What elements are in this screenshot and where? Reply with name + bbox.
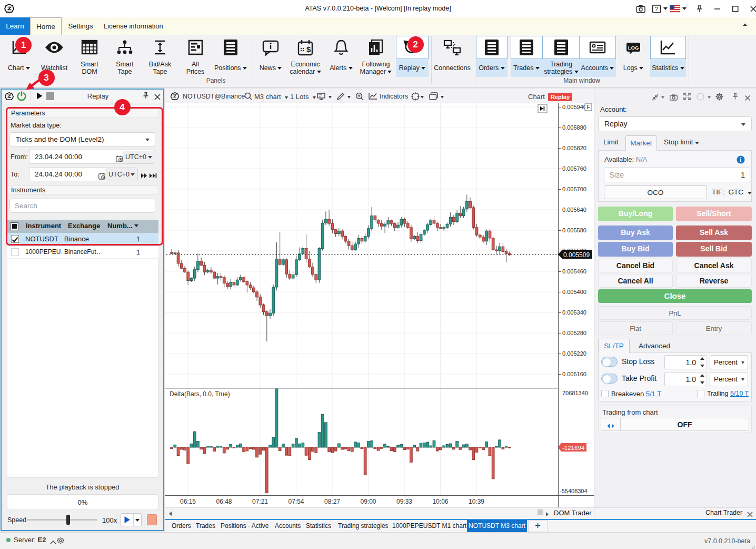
svg-text:70681340: 70681340 (562, 390, 588, 396)
svg-text:0.005760: 0.005760 (562, 165, 586, 172)
svg-text:0.005640: 0.005640 (562, 207, 586, 213)
svg-text:0.005460: 0.005460 (562, 268, 586, 274)
svg-text:F: F (586, 104, 590, 110)
svg-text:09:33: 09:33 (396, 498, 412, 505)
svg-text:LOG: LOG (628, 45, 639, 51)
svg-text:10:39: 10:39 (469, 498, 484, 505)
svg-text:?: ? (655, 6, 658, 12)
svg-text:10:06: 10:06 (432, 498, 448, 505)
svg-text:0.005820: 0.005820 (562, 145, 586, 151)
svg-text:0.005340: 0.005340 (562, 309, 586, 316)
svg-text:0.005400: 0.005400 (562, 289, 586, 295)
svg-text:Delta(Bars, 0.0, True): Delta(Bars, 0.0, True) (170, 390, 230, 398)
svg-text:0.005220: 0.005220 (562, 350, 586, 357)
svg-text:08:27: 08:27 (324, 498, 340, 505)
svg-text:0.005700: 0.005700 (562, 186, 586, 192)
svg-text:07:21: 07:21 (252, 498, 268, 505)
svg-text:06:15: 06:15 (180, 498, 196, 505)
svg-text:06:48: 06:48 (216, 498, 232, 505)
svg-text:07:54: 07:54 (288, 498, 304, 505)
svg-text:0.005940: 0.005940 (562, 104, 586, 110)
svg-text:-55408304: -55408304 (560, 488, 588, 494)
svg-text:0.005160: 0.005160 (562, 371, 586, 377)
svg-text:-121694: -121694 (562, 445, 585, 451)
svg-text:0.005580: 0.005580 (562, 227, 586, 233)
svg-text:$: $ (306, 45, 311, 54)
svg-text:09:00: 09:00 (360, 498, 376, 505)
svg-text:0.005509: 0.005509 (563, 251, 590, 259)
svg-text:0.005880: 0.005880 (562, 124, 586, 131)
svg-text:0.005280: 0.005280 (562, 330, 586, 336)
